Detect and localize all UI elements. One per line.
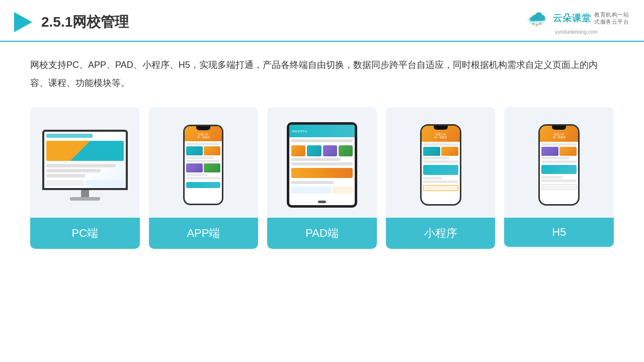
card-pc: PC端	[30, 107, 140, 249]
brand-tagline: 教育机构一站	[594, 11, 629, 18]
brand-tagline2: 式服务云平台	[594, 18, 629, 25]
card-miniprogram-label: 小程序	[386, 218, 496, 249]
tablet-mockup: 网校管理平台	[287, 122, 357, 208]
h5-phone-mockup: 职通人的第一堂网课	[538, 124, 580, 206]
card-app-label: APP端	[149, 218, 259, 249]
card-h5-image: 职通人的第一堂网课	[504, 107, 614, 218]
app-phone-mockup: 职通人的第一堂网课	[183, 125, 223, 205]
monitor-screen	[44, 132, 126, 188]
description-text: 网校支持PC、APP、PAD、小程序、H5，实现多端打通，产品各终端自由切换，数…	[30, 56, 614, 92]
page-header: 2.5.1网校管理 云朵课堂 教育机构一站 式服务云平台 yunduoketan…	[0, 0, 644, 42]
svg-marker-0	[14, 12, 32, 32]
card-pad-image: 网校管理平台	[267, 107, 377, 218]
brand-domain: yunduoketang.com	[555, 29, 598, 35]
card-h5-label: H5	[504, 218, 614, 247]
phone-notch-mini	[434, 126, 448, 130]
brand-name: 云朵课堂	[553, 12, 591, 24]
phone-notch-h5	[552, 126, 566, 130]
app-phone-screen: 职通人的第一堂网课	[185, 126, 222, 204]
header-left: 2.5.1网校管理	[10, 10, 129, 34]
pc-mockup	[42, 130, 128, 201]
svg-point-3	[535, 24, 538, 26]
card-h5: 职通人的第一堂网课	[504, 107, 614, 249]
card-pad-label: PAD端	[267, 218, 377, 249]
card-app: 职通人的第一堂网课	[149, 107, 259, 249]
brand-logo: 云朵课堂 教育机构一站 式服务云平台 yunduoketang.com	[524, 9, 629, 35]
tablet-screen: 网校管理平台	[289, 125, 355, 205]
card-pc-label: PC端	[30, 218, 140, 249]
page-title: 2.5.1网校管理	[41, 13, 129, 32]
card-pad: 网校管理平台	[267, 107, 377, 249]
play-logo-icon	[10, 10, 34, 34]
miniprogram-phone-screen: 职通人的第一堂网课	[422, 126, 460, 204]
card-app-image: 职通人的第一堂网课	[149, 107, 259, 218]
main-content: 网校支持PC、APP、PAD、小程序、H5，实现多端打通，产品各终端自由切换，数…	[0, 42, 644, 259]
card-miniprogram: 职通人的第一堂网课	[386, 107, 496, 249]
phone-notch	[196, 126, 210, 130]
svg-point-2	[532, 23, 535, 25]
miniprogram-phone-mockup: 职通人的第一堂网课	[420, 124, 461, 206]
monitor-frame	[42, 130, 128, 190]
device-cards-row: PC端 职通人的第一堂网课	[30, 107, 614, 249]
h5-phone-screen: 职通人的第一堂网课	[540, 126, 578, 204]
card-miniprogram-image: 职通人的第一堂网课	[386, 107, 496, 218]
card-pc-image	[30, 107, 140, 218]
cloud-logo-icon	[524, 9, 550, 27]
svg-point-4	[539, 23, 541, 25]
